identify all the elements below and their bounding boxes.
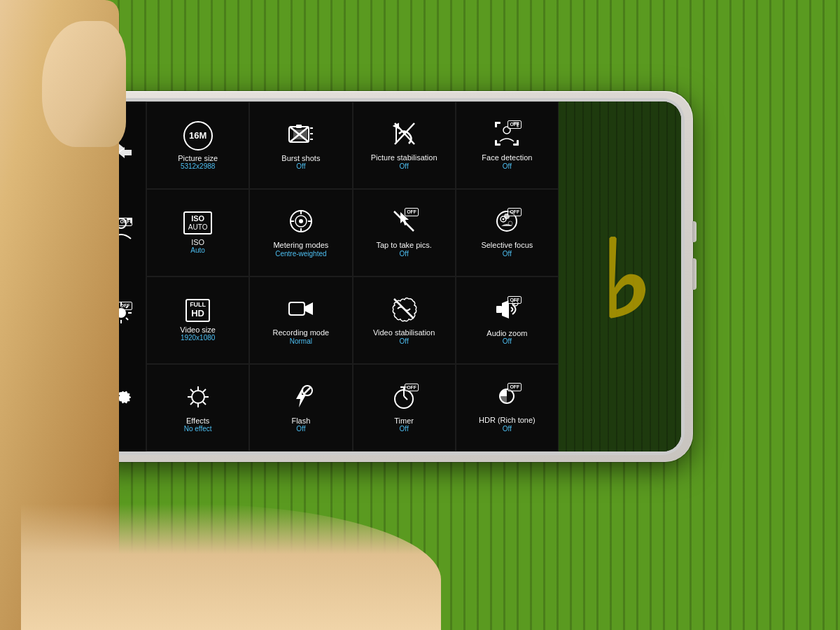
flash-label: Flash: [291, 416, 310, 425]
hdr-label: HDR (Rich tone): [479, 416, 536, 425]
video-size-label: Video size: [180, 326, 216, 334]
tap-to-take-label: Tap to take pics.: [376, 241, 432, 250]
video-stabilisation-value: Off: [400, 337, 409, 345]
setting-audio-zoom[interactable]: + OFF Audio zoom Off: [456, 276, 559, 364]
burst-shots-value: Off: [296, 162, 305, 170]
burst-shots-label: Burst shots: [281, 154, 320, 162]
setting-iso[interactable]: ISO AUTO ISO Auto: [146, 189, 249, 276]
timer-value: Off: [400, 425, 409, 433]
setting-metering-modes[interactable]: Metering modes Centre-weighted: [249, 189, 352, 276]
picture-size-label: Picture size: [178, 154, 218, 162]
svg-rect-16: [296, 125, 302, 128]
setting-hdr[interactable]: OFF HDR (Rich tone) Off: [456, 364, 559, 451]
setting-recording-mode[interactable]: Recording mode Normal: [249, 276, 352, 364]
svg-line-64: [404, 396, 407, 400]
setting-selective-focus[interactable]: OFF Selective focus Off: [456, 189, 559, 276]
setting-flash[interactable]: Flash Off: [249, 364, 352, 451]
recording-mode-label: Recording mode: [273, 328, 330, 337]
selective-focus-label: Selective focus: [481, 241, 533, 250]
setting-face-detection[interactable]: OFF Face detection Off: [456, 102, 559, 189]
audio-zoom-value: Off: [503, 337, 512, 345]
svg-rect-46: [289, 302, 304, 315]
picture-stabilisation-value: Off: [400, 162, 409, 170]
setting-picture-size[interactable]: 16M Picture size 5312x2988: [146, 102, 249, 189]
audio-zoom-label: Audio zoom: [486, 329, 527, 337]
flash-value: Off: [296, 425, 305, 433]
power-button[interactable]: [692, 258, 696, 290]
svg-rect-31: [517, 140, 519, 146]
video-stabilisation-label: Video stabilisation: [373, 328, 435, 337]
timer-label: Timer: [394, 416, 414, 425]
tap-to-take-value: Off: [400, 250, 409, 258]
setting-burst-shots[interactable]: Burst shots Off: [249, 102, 352, 189]
recording-mode-value: Normal: [290, 337, 312, 345]
setting-video-stabilisation[interactable]: Video stabilisation Off: [353, 276, 456, 364]
picture-size-value: 5312x2988: [181, 162, 216, 170]
picture-stabilisation-label: Picture stabilisation: [371, 153, 438, 162]
setting-video-size[interactable]: FULL HD Video size 1920x1080: [146, 276, 249, 364]
svg-line-58: [202, 389, 206, 393]
iso-label: ISO: [191, 238, 204, 246]
svg-rect-29: [495, 140, 497, 146]
screen: OFF: [96, 102, 681, 451]
face-detection-label: Face detection: [482, 153, 532, 162]
svg-line-59: [190, 401, 194, 405]
metering-modes-value: Centre-weighted: [275, 250, 326, 258]
selective-focus-value: Off: [503, 250, 512, 258]
effects-value: No effect: [184, 425, 212, 433]
svg-line-61: [304, 387, 311, 394]
volume-button[interactable]: [692, 221, 696, 242]
effects-label: Effects: [186, 416, 209, 425]
hdr-value: Off: [503, 425, 512, 433]
setting-effects[interactable]: Effects No effect: [146, 364, 249, 451]
settings-grid: 16M Picture size 5312x2988: [146, 102, 559, 451]
svg-rect-25: [495, 122, 497, 127]
svg-point-35: [299, 219, 303, 223]
camera-preview: ♭: [559, 102, 681, 451]
video-size-value: 1920x1080: [181, 334, 216, 342]
svg-rect-48: [496, 306, 502, 313]
svg-point-44: [503, 218, 505, 220]
svg-line-56: [190, 389, 194, 393]
svg-line-47: [394, 299, 414, 318]
setting-picture-stabilisation[interactable]: Picture stabilisation Off: [353, 102, 456, 189]
phone-body: SAMSUNG: [84, 91, 693, 462]
setting-timer[interactable]: OFF Timer Off: [353, 364, 456, 451]
iso-value: Auto: [190, 246, 205, 254]
setting-tap-to-take[interactable]: OFF Tap to take pics. Off: [353, 189, 456, 276]
face-detection-value: Off: [503, 162, 512, 170]
svg-line-57: [202, 401, 206, 405]
metering-modes-label: Metering modes: [273, 241, 328, 250]
